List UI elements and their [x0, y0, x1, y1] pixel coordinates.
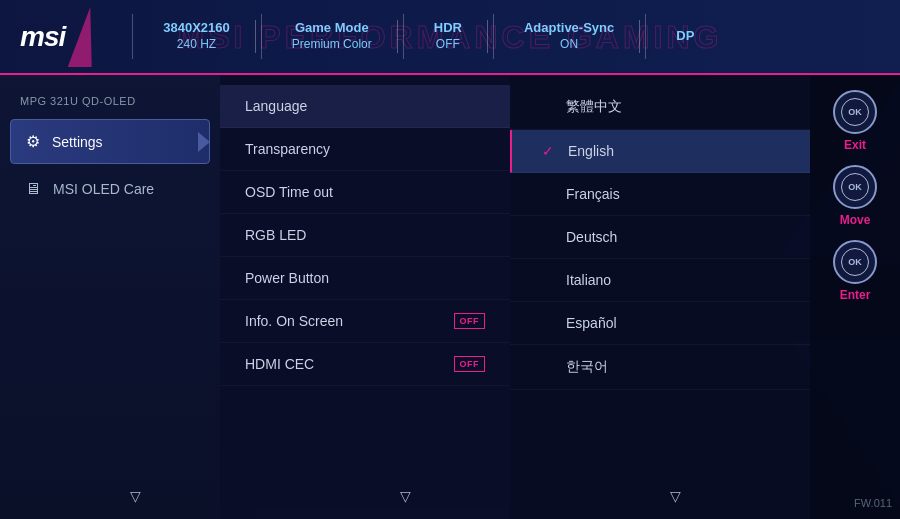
stat-resolution: 3840X2160 240 HZ: [138, 20, 256, 52]
check-icon: [540, 272, 556, 288]
stat-hdr: HDR OFF: [409, 20, 488, 52]
stat-dp: DP: [651, 28, 719, 45]
enter-label: Enter: [840, 288, 871, 302]
sidebar: MPG 321U QD-OLED ⚙ Settings 🖥 MSI OLED C…: [0, 75, 220, 519]
arrow-left-panel[interactable]: ▽: [130, 488, 141, 504]
settings-menu: Language Transparency OSD Time out RGB L…: [220, 75, 510, 519]
header-bar: MSI PERFORMANCE GAMING msi 3840X2160 240…: [0, 0, 900, 75]
check-icon: [540, 359, 556, 375]
menu-item-hdmi-cec[interactable]: HDMI CEC OFF: [220, 343, 510, 386]
language-panel: 繁體中文 ✓ English Français Deutsch Italiano…: [510, 75, 810, 519]
settings-icon: ⚙: [26, 132, 40, 151]
menu-item-transparency[interactable]: Transparency: [220, 128, 510, 171]
sidebar-item-settings[interactable]: ⚙ Settings: [10, 119, 210, 164]
lang-item-traditional-chinese[interactable]: 繁體中文: [510, 85, 810, 130]
logo-slash-decoration: [68, 7, 103, 67]
lang-item-german[interactable]: Deutsch: [510, 216, 810, 259]
sidebar-item-oled-care[interactable]: 🖥 MSI OLED Care: [10, 168, 210, 210]
enter-button[interactable]: OK Enter: [833, 240, 877, 302]
menu-item-rgb-led[interactable]: RGB LED: [220, 214, 510, 257]
menu-item-language[interactable]: Language: [220, 85, 510, 128]
exit-label: Exit: [844, 138, 866, 152]
controls-panel: OK Exit OK Move OK Enter: [810, 75, 900, 519]
menu-item-info-on-screen[interactable]: Info. On Screen OFF: [220, 300, 510, 343]
sidebar-item-oled-label: MSI OLED Care: [53, 181, 154, 197]
check-icon-selected: ✓: [542, 143, 558, 159]
divider: [261, 14, 262, 59]
exit-btn-circle: OK: [833, 90, 877, 134]
move-btn-circle: OK: [833, 165, 877, 209]
check-icon: [540, 99, 556, 115]
enter-btn-inner: OK: [841, 248, 869, 276]
lang-item-french[interactable]: Français: [510, 173, 810, 216]
move-label: Move: [840, 213, 871, 227]
firmware-label: FW.011: [854, 497, 892, 509]
info-screen-badge: OFF: [454, 313, 486, 329]
stat-adaptive-sync: Adaptive-Sync ON: [499, 20, 640, 52]
monitor-icon: 🖥: [25, 180, 41, 198]
check-icon: [540, 315, 556, 331]
sidebar-item-settings-label: Settings: [52, 134, 103, 150]
arrow-middle-panel[interactable]: ▽: [400, 488, 411, 504]
msi-logo: msi: [20, 21, 65, 53]
hdmi-cec-badge: OFF: [454, 356, 486, 372]
check-icon: [540, 186, 556, 202]
stat-game-mode: Game Mode Premium Color: [267, 20, 398, 52]
divider: [645, 14, 646, 59]
main-area: MPG 321U QD-OLED ⚙ Settings 🖥 MSI OLED C…: [0, 75, 900, 519]
menu-item-osd-timeout[interactable]: OSD Time out: [220, 171, 510, 214]
exit-button[interactable]: OK Exit: [833, 90, 877, 152]
lang-item-korean[interactable]: 한국어: [510, 345, 810, 390]
move-button[interactable]: OK Move: [833, 165, 877, 227]
scroll-arrows: ▽ ▽ ▽: [0, 488, 810, 504]
arrow-right-panel[interactable]: ▽: [670, 488, 681, 504]
lang-item-italian[interactable]: Italiano: [510, 259, 810, 302]
logo-area: msi: [20, 7, 97, 67]
exit-btn-inner: OK: [841, 98, 869, 126]
device-label: MPG 321U QD-OLED: [10, 90, 210, 119]
move-btn-inner: OK: [841, 173, 869, 201]
lang-item-english[interactable]: ✓ English: [510, 130, 810, 173]
menu-item-power-button[interactable]: Power Button: [220, 257, 510, 300]
divider: [493, 14, 494, 59]
lang-item-spanish[interactable]: Español: [510, 302, 810, 345]
divider: [132, 14, 133, 59]
enter-btn-circle: OK: [833, 240, 877, 284]
header-stats: 3840X2160 240 HZ Game Mode Premium Color…: [127, 14, 719, 59]
check-icon: [540, 229, 556, 245]
divider: [403, 14, 404, 59]
